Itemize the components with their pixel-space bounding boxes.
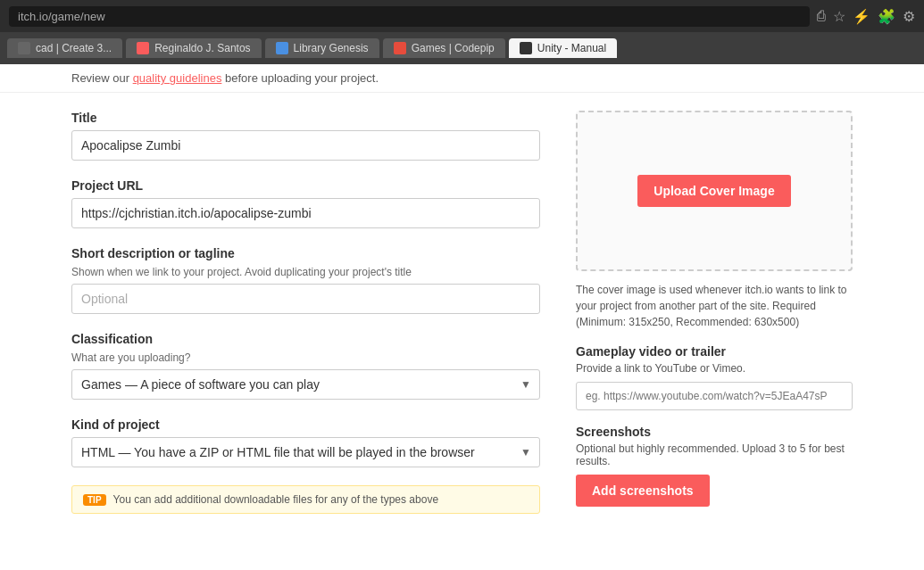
settings-icon[interactable]: ⚙ (903, 8, 915, 25)
video-section: Gameplay video or trailer Provide a link… (576, 344, 853, 425)
tab-cad[interactable]: cad | Create 3... (7, 38, 122, 58)
title-label: Title (71, 111, 540, 125)
tabs-bar: cad | Create 3... Reginaldo J. Santos Li… (0, 32, 924, 64)
cover-description: The cover image is used whenever itch.io… (576, 282, 853, 330)
classification-label: Classification (71, 332, 540, 346)
tab-favicon-games (394, 42, 406, 54)
screenshots-title: Screenshots (576, 425, 853, 439)
title-input[interactable] (71, 130, 540, 161)
tip-badge: TIP (83, 494, 106, 506)
url-bar[interactable]: itch.io/game/new (9, 6, 810, 27)
short-desc-group: Short description or tagline Shown when … (71, 246, 540, 314)
screenshots-section: Screenshots Optional but highly recommen… (576, 425, 853, 507)
tab-favicon-itch (137, 42, 149, 54)
video-title: Gameplay video or trailer (576, 344, 853, 359)
tab-reginaldo[interactable]: Reginaldo J. Santos (126, 38, 261, 58)
tab-unity[interactable]: Unity - Manual (509, 38, 617, 58)
video-input[interactable] (576, 382, 853, 410)
url-input[interactable] (71, 198, 540, 228)
cover-upload-area[interactable]: Upload Cover Image (576, 111, 853, 271)
browser-toolbar: ⎙ ☆ ⚡ 🧩 ⚙ (817, 8, 915, 25)
short-desc-label: Short description or tagline (71, 246, 540, 260)
share-icon[interactable]: ⎙ (817, 8, 826, 24)
tab-games[interactable]: Games | Codepip (383, 38, 505, 58)
extension-icon[interactable]: ⚡ (853, 8, 870, 25)
kind-select-wrapper: HTML — You have a ZIP or HTML file that … (71, 437, 540, 467)
classification-group: Classification What are you uploading? G… (71, 332, 540, 400)
tip-bar: TIP You can add additional downloadable … (71, 485, 540, 514)
page-content: Review our quality guidelines before upl… (0, 64, 924, 570)
tip-text: You can add additional downloadable file… (113, 493, 439, 506)
url-label: Project URL (71, 178, 540, 193)
kind-group: Kind of project HTML — You have a ZIP or… (71, 417, 540, 467)
title-group: Title (71, 111, 540, 161)
browser-chrome: itch.io/game/new ⎙ ☆ ⚡ 🧩 ⚙ (0, 0, 924, 32)
notice-text2: before uploading your project. (225, 71, 379, 85)
url-text: itch.io/game/new (18, 10, 105, 23)
add-screenshots-button[interactable]: Add screenshots (576, 475, 710, 507)
left-column: Title Project URL Short description or t… (71, 111, 540, 552)
url-group: Project URL (71, 178, 540, 228)
kind-label: Kind of project (71, 417, 540, 432)
tab-label-library: Library Genesis (294, 42, 369, 54)
upload-cover-button[interactable]: Upload Cover Image (637, 175, 790, 207)
main-layout: Title Project URL Short description or t… (0, 93, 924, 570)
notice-bar: Review our quality guidelines before upl… (0, 64, 924, 93)
tab-label-unity: Unity - Manual (537, 42, 606, 54)
tab-label-cad: cad | Create 3... (36, 42, 112, 54)
bookmark-icon[interactable]: ☆ (833, 8, 845, 25)
classification-select-wrapper: Games — A piece of software you can play… (71, 369, 540, 400)
right-column: Upload Cover Image The cover image is us… (576, 111, 853, 552)
notice-text: Review our (71, 71, 133, 85)
puzzle-icon[interactable]: 🧩 (878, 8, 895, 25)
classification-sublabel: What are you uploading? (71, 351, 540, 364)
short-desc-input[interactable] (71, 284, 540, 314)
video-subtitle: Provide a link to YouTube or Vimeo. (576, 362, 853, 375)
tab-label-reginaldo: Reginaldo J. Santos (154, 42, 250, 54)
quality-guidelines-link[interactable]: quality guidelines (133, 71, 222, 85)
tab-favicon-unity (520, 42, 532, 54)
tab-label-games: Games | Codepip (412, 42, 495, 54)
screenshots-subtitle: Optional but highly recommended. Upload … (576, 442, 853, 467)
classification-select[interactable]: Games — A piece of software you can play… (71, 369, 540, 400)
tab-favicon-cad (18, 42, 30, 54)
tab-library[interactable]: Library Genesis (265, 38, 379, 58)
tab-favicon-lib (276, 42, 288, 54)
short-desc-sublabel: Shown when we link to your project. Avoi… (71, 266, 540, 278)
kind-select[interactable]: HTML — You have a ZIP or HTML file that … (71, 437, 540, 467)
